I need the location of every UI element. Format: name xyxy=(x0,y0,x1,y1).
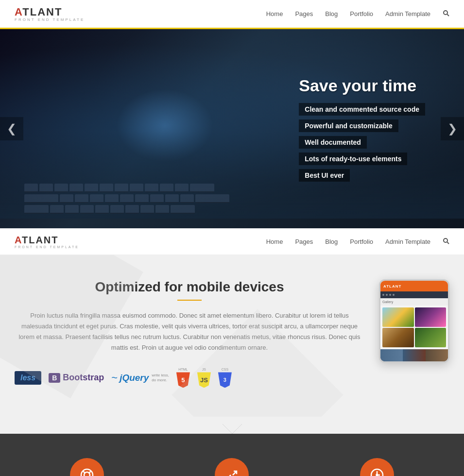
hero-feature-4: Lots of ready-to-use elements xyxy=(299,153,407,165)
nav2-admin-template[interactable]: Admin Template xyxy=(385,238,430,245)
badge-css3: CSS 3 xyxy=(218,368,232,388)
key xyxy=(180,194,194,203)
nav-dot xyxy=(386,294,388,296)
key xyxy=(50,205,64,214)
jquery-wave-icon: ~ xyxy=(111,372,118,384)
bootstrap-b-icon: B xyxy=(49,373,60,383)
key xyxy=(24,205,49,214)
svg-line-6 xyxy=(84,472,85,473)
badge-bootstrap: B Bootstrap xyxy=(49,373,104,383)
feature-2-icon xyxy=(215,458,249,476)
key xyxy=(90,194,103,203)
key xyxy=(135,194,149,203)
nav-dot xyxy=(389,294,391,296)
nav2-blog[interactable]: Blog xyxy=(325,238,338,245)
key xyxy=(190,184,214,192)
gallery-cell-portrait xyxy=(382,328,414,347)
search-icon[interactable] xyxy=(443,10,449,18)
html5-tag: HTML xyxy=(178,368,188,371)
badge-html5: HTML 5 xyxy=(176,368,190,388)
key xyxy=(75,194,88,203)
mobile-description: Proin luctus nulla fringilla massa euism… xyxy=(15,310,364,353)
slider-next-button[interactable]: ❯ xyxy=(441,117,464,140)
key xyxy=(165,194,179,203)
svg-point-2 xyxy=(444,238,447,242)
phone-mockup: ATLANT Gallery xyxy=(379,279,449,363)
phone-body: Gallery xyxy=(380,291,448,361)
nav-blog[interactable]: Blog xyxy=(325,10,338,17)
logo2-text: ATLANT xyxy=(15,235,79,246)
hero-feature-5: Best UI ever xyxy=(299,169,350,182)
key xyxy=(145,184,158,192)
divider-arrow-icon xyxy=(223,424,242,434)
logo2[interactable]: ATLANT FRONT END TEMPLATE xyxy=(15,235,79,249)
hero-slider: ❮ Save your time Clean and commented sou… xyxy=(0,29,464,228)
nav-portfolio[interactable]: Portfolio xyxy=(350,10,373,17)
logo-subtitle: FRONT END TEMPLATE xyxy=(15,17,85,22)
feature-2: Responsive & Retina Ready Template build… xyxy=(159,458,304,476)
key xyxy=(54,184,68,192)
phone-frame: ATLANT Gallery xyxy=(379,279,449,363)
key xyxy=(195,194,229,203)
hero-title: Save your time xyxy=(299,76,425,95)
mobile-section-title: Optimized for mobile devices xyxy=(15,279,364,295)
key xyxy=(155,205,169,214)
phone-bottom-seg-3 xyxy=(426,349,448,361)
nav-pages[interactable]: Pages xyxy=(295,10,313,17)
html5-shield-icon: 5 xyxy=(176,372,190,388)
nav-admin-template[interactable]: Admin Template xyxy=(385,10,430,17)
keyboard-rows xyxy=(24,184,229,214)
key xyxy=(175,184,189,192)
phone-nav-bar xyxy=(380,291,448,298)
hero-feature-1: Clean and commented source code xyxy=(299,103,425,116)
key xyxy=(171,205,195,214)
key xyxy=(150,194,164,203)
svg-point-15 xyxy=(376,475,378,476)
tech-badges-row: less B Bootstrap ~ jQuery write less,do … xyxy=(15,368,364,388)
nav-dot xyxy=(382,294,384,296)
css3-tag: CSS xyxy=(222,368,228,371)
key xyxy=(80,205,94,214)
phone-header: ATLANT xyxy=(380,281,448,291)
phone-gallery-grid xyxy=(380,306,448,349)
slider-prev-button[interactable]: ❮ xyxy=(0,117,23,140)
svg-line-3 xyxy=(447,242,449,244)
key xyxy=(110,205,124,214)
key xyxy=(100,184,113,192)
key xyxy=(120,194,134,203)
svg-line-7 xyxy=(89,472,90,473)
hero-content: Save your time Clean and commented sourc… xyxy=(299,76,425,182)
phone-logo: ATLANT xyxy=(383,284,401,289)
gallery-cell-beach xyxy=(382,307,414,327)
phone-gallery-label: Gallery xyxy=(380,298,448,306)
hero-feature-3: Well documented xyxy=(299,136,367,149)
key xyxy=(115,184,128,192)
key xyxy=(65,205,79,214)
nav-home[interactable]: Home xyxy=(266,10,283,17)
feature-3-icon xyxy=(360,458,394,476)
nav2-portfolio[interactable]: Portfolio xyxy=(350,238,373,245)
css3-shield-icon: 3 xyxy=(218,372,232,388)
key xyxy=(160,184,173,192)
nav2-home[interactable]: Home xyxy=(266,238,283,245)
badge-js: JS JS xyxy=(197,368,211,388)
nav-dot xyxy=(393,294,395,296)
sticky-navbar: ATLANT FRONT END TEMPLATE Home Pages Blo… xyxy=(0,228,464,255)
phone-bottom-bar xyxy=(380,349,448,361)
nav-links-2: Home Pages Blog Portfolio Admin Template xyxy=(266,238,449,246)
key xyxy=(140,205,154,214)
key xyxy=(85,184,98,192)
mobile-content-left: Optimized for mobile devices Proin luctu… xyxy=(15,279,364,388)
title-underline xyxy=(177,300,202,301)
svg-point-0 xyxy=(444,11,447,15)
key xyxy=(39,184,53,192)
feature-3: Time Saver With this template you will s… xyxy=(305,458,449,476)
gallery-cell-nature xyxy=(415,328,447,347)
js-tag: JS xyxy=(202,368,206,371)
hero-features-list: Clean and commented source code Powerful… xyxy=(299,103,425,182)
nav2-pages[interactable]: Pages xyxy=(295,238,313,245)
features-section: Free Updates & Support We provide free s… xyxy=(0,434,464,476)
search-icon-2[interactable] xyxy=(443,238,449,246)
logo[interactable]: ATLANT FRONT END TEMPLATE xyxy=(15,6,85,22)
key xyxy=(105,194,119,203)
